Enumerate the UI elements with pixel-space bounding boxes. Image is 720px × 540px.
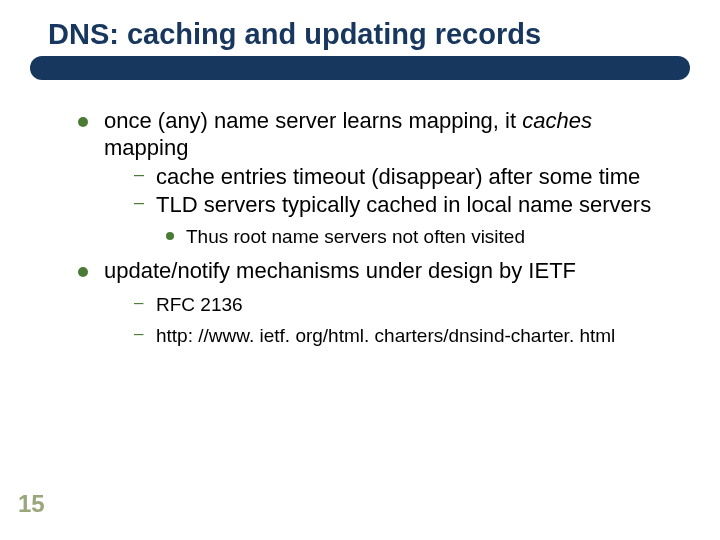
slide-title: DNS: caching and updating records — [48, 18, 680, 51]
bullet-tld-cached: TLD servers typically cached in local na… — [104, 192, 680, 219]
title-underline-bar — [30, 56, 690, 80]
text-emphasis: caches — [522, 108, 592, 133]
text-fragment: mapping — [104, 135, 188, 160]
slide-body: once (any) name server learns mapping, i… — [78, 108, 680, 352]
bullet-root-servers: Thus root name servers not often visited — [104, 225, 680, 248]
text-fragment: update/notify mechanisms under design by… — [104, 258, 576, 283]
slide-number: 15 — [18, 490, 45, 518]
bullet-url: http: //www. ietf. org/html. charters/dn… — [104, 324, 680, 347]
bullet-update-notify: update/notify mechanisms under design by… — [78, 258, 680, 347]
text-fragment: once (any) name server learns mapping, i… — [104, 108, 522, 133]
bullet-timeout: cache entries timeout (disappear) after … — [104, 164, 680, 191]
bullet-rfc: RFC 2136 — [104, 293, 680, 316]
slide: { "title": "DNS: caching and updating re… — [0, 0, 720, 540]
bullet-caching: once (any) name server learns mapping, i… — [78, 108, 680, 248]
